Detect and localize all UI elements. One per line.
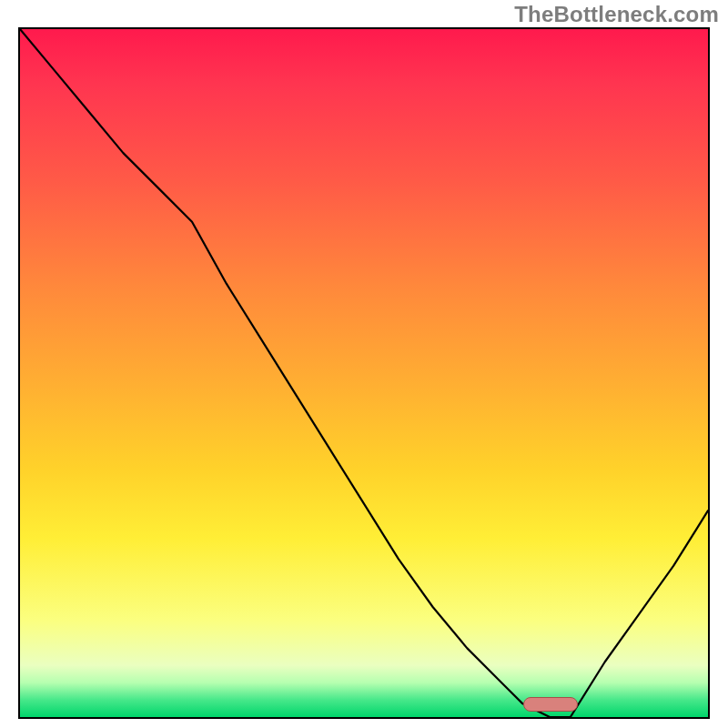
plot-area [18, 27, 710, 719]
watermark-text: TheBottleneck.com [514, 2, 719, 27]
plot-border [18, 27, 710, 719]
chart-container: TheBottleneck.com [0, 0, 728, 728]
recommended-range-marker [523, 697, 578, 712]
